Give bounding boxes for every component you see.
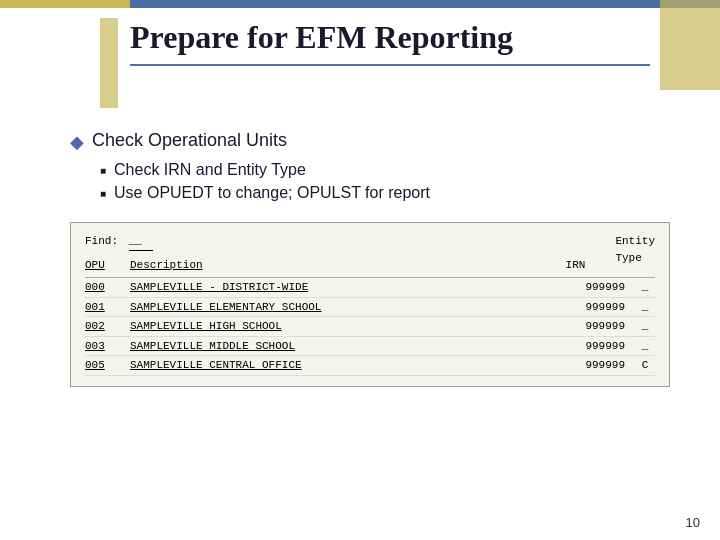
sub-bullet-2: ■ Use OPUEDT to change; OPULST for repor…: [100, 184, 670, 202]
row-2-desc: SAMPLEVILLE HIGH SCHOOL: [130, 318, 565, 335]
right-accent-bar: [660, 0, 720, 90]
main-bullet-1: ◆ Check Operational Units: [70, 130, 670, 153]
slide-title: Prepare for EFM Reporting: [130, 18, 650, 56]
row-1-desc: SAMPLEVILLE ELEMENTARY SCHOOL: [130, 299, 565, 316]
square-icon-2: ■: [100, 188, 106, 199]
row-2-irn: 999999: [565, 318, 635, 335]
bullet-list: ◆ Check Operational Units ■ Check IRN an…: [70, 130, 670, 202]
terminal-find-row: Find: __ Entity Type: [85, 233, 655, 251]
top-bar-gold: [0, 0, 130, 8]
row-3-irn: 999999: [565, 338, 635, 355]
top-bar-blue: [130, 0, 720, 8]
row-0-desc: SAMPLEVILLE - DISTRICT-WIDE: [130, 279, 565, 296]
row-2-opu: 002: [85, 318, 130, 335]
row-1-opu: 001: [85, 299, 130, 316]
row-0-entity: _: [635, 279, 655, 296]
left-accent-bar: [100, 18, 118, 108]
row-1-irn: 999999: [565, 299, 635, 316]
top-bar-container: [0, 0, 720, 8]
row-4-desc: SAMPLEVILLE CENTRAL OFFICE: [130, 357, 565, 374]
row-3-opu: 003: [85, 338, 130, 355]
diamond-icon: ◆: [70, 131, 84, 153]
terminal-data-rows: 000 SAMPLEVILLE - DISTRICT-WIDE 999999 _…: [85, 277, 655, 376]
sub-bullet-list: ■ Check IRN and Entity Type ■ Use OPUEDT…: [100, 161, 670, 202]
find-label: Find:: [85, 235, 118, 247]
column-headers: OPU Description IRN: [85, 257, 615, 274]
row-1-entity: _: [635, 299, 655, 316]
square-icon-1: ■: [100, 165, 106, 176]
col-header-opu: OPU: [85, 257, 130, 274]
sub-bullet-2-text: Use OPUEDT to change; OPULST for report: [114, 184, 430, 202]
page-number: 10: [686, 515, 700, 530]
row-3-entity: _: [635, 338, 655, 355]
terminal-row-1: 001 SAMPLEVILLE ELEMENTARY SCHOOL 999999…: [85, 298, 655, 318]
title-underline: [130, 64, 650, 66]
main-bullet-1-text: Check Operational Units: [92, 130, 287, 151]
row-0-opu: 000: [85, 279, 130, 296]
terminal-row-3: 003 SAMPLEVILLE MIDDLE SCHOOL 999999 _: [85, 337, 655, 357]
entity-type-header: Entity Type: [615, 233, 655, 266]
row-0-irn: 999999: [565, 279, 635, 296]
terminal-row-2: 002 SAMPLEVILLE HIGH SCHOOL 999999 _: [85, 317, 655, 337]
terminal-row-4: 005 SAMPLEVILLE CENTRAL OFFICE 999999 C: [85, 356, 655, 376]
sub-bullet-1-text: Check IRN and Entity Type: [114, 161, 306, 179]
row-4-irn: 999999: [565, 357, 635, 374]
col-header-desc: Description: [130, 257, 525, 274]
sub-bullet-1: ■ Check IRN and Entity Type: [100, 161, 670, 179]
title-section: Prepare for EFM Reporting: [130, 18, 650, 66]
content-section: ◆ Check Operational Units ■ Check IRN an…: [70, 130, 670, 387]
find-input: __: [129, 233, 153, 251]
row-3-desc: SAMPLEVILLE MIDDLE SCHOOL: [130, 338, 565, 355]
row-4-entity: C: [635, 357, 655, 374]
terminal-display: Find: __ Entity Type OPU Description IRN…: [70, 222, 670, 387]
row-4-opu: 005: [85, 357, 130, 374]
row-2-entity: _: [635, 318, 655, 335]
col-header-irn: IRN: [525, 257, 595, 274]
terminal-row-0: 000 SAMPLEVILLE - DISTRICT-WIDE 999999 _: [85, 278, 655, 298]
